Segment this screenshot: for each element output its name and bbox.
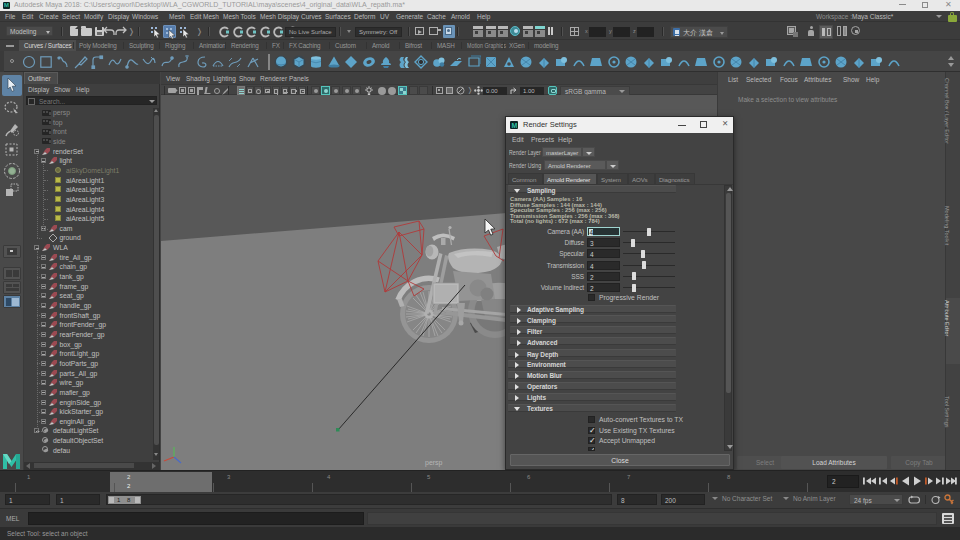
svg-text:persp: persp (425, 459, 443, 467)
